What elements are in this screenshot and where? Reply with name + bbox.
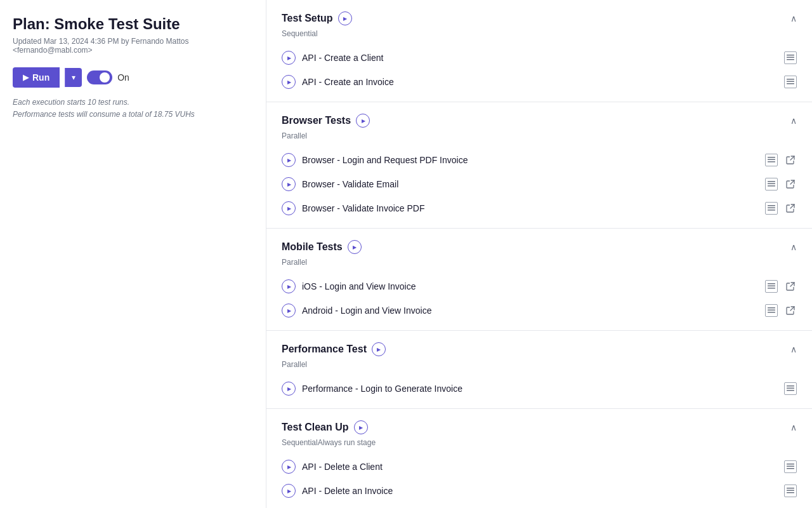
svg-rect-15: [768, 283, 775, 284]
svg-rect-18: [768, 307, 775, 309]
section-subtitle-performance-test: Parallel: [266, 360, 812, 377]
test-item-play[interactable]: [282, 153, 296, 167]
test-item-external-icon[interactable]: [784, 280, 797, 293]
svg-rect-13: [768, 208, 775, 209]
test-item-list-icon[interactable]: [784, 382, 797, 395]
test-item-list-icon[interactable]: [765, 280, 778, 293]
svg-rect-1: [787, 57, 794, 58]
svg-rect-17: [768, 288, 775, 289]
test-item-play[interactable]: [282, 484, 296, 498]
test-item: Browser - Validate Invoice PDF: [266, 196, 812, 220]
run-dropdown-button[interactable]: ▾: [65, 68, 82, 87]
section-performance-test: Performance Test∧ParallelPerformance - L…: [266, 331, 812, 409]
test-item-list-icon[interactable]: [784, 51, 797, 64]
section-subtitle-browser-tests: Parallel: [266, 131, 812, 148]
test-item: API - Delete a Client: [266, 455, 812, 479]
run-row: ▶ Run ▾ On: [13, 67, 253, 88]
test-item-play[interactable]: [282, 51, 296, 65]
test-item-play[interactable]: [282, 382, 296, 396]
test-item-play[interactable]: [282, 304, 296, 318]
test-item-play[interactable]: [282, 279, 296, 293]
section-header-test-setup: Test Setup∧: [266, 0, 812, 29]
test-item-list-icon[interactable]: [784, 460, 797, 473]
section-play-browser-tests[interactable]: [356, 114, 370, 128]
svg-rect-2: [787, 59, 794, 60]
section-title-mobile-tests: Mobile Tests: [282, 241, 343, 253]
section-items-test-setup: API - Create a Client API - Create an In…: [266, 46, 812, 102]
test-item-list-icon[interactable]: [784, 485, 797, 497]
test-item-list-icon[interactable]: [765, 178, 778, 190]
svg-rect-6: [768, 157, 775, 158]
section-title-performance-test: Performance Test: [282, 344, 367, 355]
section-chevron-test-clean-up[interactable]: ∧: [790, 422, 797, 432]
sidebar: Plan: Smoke Test Suite Updated Mar 13, 2…: [0, 0, 266, 508]
svg-rect-11: [768, 185, 775, 187]
section-test-clean-up: Test Clean Up∧SequentialAlways run stage…: [266, 409, 812, 508]
section-subtitle-test-setup: Sequential: [266, 29, 812, 46]
section-header-test-clean-up: Test Clean Up∧: [266, 409, 812, 438]
svg-rect-14: [768, 210, 775, 211]
section-items-browser-tests: Browser - Login and Request PDF Invoice …: [266, 148, 812, 228]
section-title-row-performance-test: Performance Test: [282, 342, 386, 356]
section-items-performance-test: Performance - Login to Generate Invoice: [266, 377, 812, 408]
test-item-list-icon[interactable]: [765, 202, 778, 215]
svg-rect-8: [768, 161, 775, 163]
test-item: iOS - Login and View Invoice: [266, 274, 812, 298]
test-item-external-icon[interactable]: [784, 202, 797, 215]
run-button-label: Run: [32, 72, 49, 83]
test-item-list-icon[interactable]: [784, 76, 797, 88]
section-play-test-setup[interactable]: [338, 11, 352, 25]
test-item: Android - Login and View Invoice: [266, 298, 812, 323]
main-content: Test Setup∧SequentialAPI - Create a Clie…: [266, 0, 812, 508]
test-item-name: API - Create a Client: [302, 53, 778, 63]
test-item-external-icon[interactable]: [784, 178, 797, 190]
test-item-external-icon[interactable]: [784, 154, 797, 166]
section-play-test-clean-up[interactable]: [354, 420, 368, 434]
svg-rect-4: [787, 81, 794, 83]
section-header-mobile-tests: Mobile Tests∧: [266, 229, 812, 258]
toggle-label: On: [117, 72, 129, 83]
test-item-external-icon[interactable]: [784, 304, 797, 317]
section-mobile-tests: Mobile Tests∧ParalleliOS - Login and Vie…: [266, 229, 812, 331]
section-title-browser-tests: Browser Tests: [282, 115, 351, 126]
svg-rect-29: [787, 492, 794, 493]
toggle-row: On: [87, 70, 129, 84]
section-title-row-test-clean-up: Test Clean Up: [282, 420, 368, 434]
info-line1: Each execution starts 10 test runs.: [13, 98, 129, 107]
run-button[interactable]: ▶ Run: [13, 67, 60, 88]
svg-rect-26: [787, 468, 794, 469]
section-chevron-browser-tests[interactable]: ∧: [790, 116, 797, 126]
section-title-test-clean-up: Test Clean Up: [282, 422, 349, 433]
section-subtitle-mobile-tests: Parallel: [266, 258, 812, 274]
test-item-name: Browser - Validate Email: [302, 179, 759, 189]
section-play-performance-test[interactable]: [372, 342, 386, 356]
svg-rect-0: [787, 55, 794, 56]
test-item-name: Browser - Login and Request PDF Invoice: [302, 155, 759, 165]
info-text: Each execution starts 10 test runs. Perf…: [13, 97, 253, 121]
svg-rect-21: [787, 385, 794, 387]
svg-rect-16: [768, 286, 775, 287]
svg-rect-7: [768, 159, 775, 161]
enabled-toggle[interactable]: [87, 70, 112, 84]
svg-rect-20: [768, 312, 775, 313]
test-item-play[interactable]: [282, 201, 296, 215]
svg-rect-28: [787, 490, 794, 491]
test-item-list-icon[interactable]: [765, 304, 778, 317]
section-chevron-test-setup[interactable]: ∧: [790, 13, 797, 23]
test-item-name: API - Create an Invoice: [302, 77, 778, 87]
test-item-play[interactable]: [282, 177, 296, 191]
section-items-mobile-tests: iOS - Login and View Invoice Android - L…: [266, 274, 812, 330]
test-item-list-icon[interactable]: [765, 154, 778, 166]
section-header-browser-tests: Browser Tests∧: [266, 102, 812, 131]
section-chevron-mobile-tests[interactable]: ∧: [790, 242, 797, 252]
test-item-play[interactable]: [282, 460, 296, 474]
test-item-play[interactable]: [282, 75, 296, 89]
section-chevron-performance-test[interactable]: ∧: [790, 344, 797, 354]
svg-rect-12: [768, 205, 775, 206]
svg-rect-24: [787, 464, 794, 465]
section-title-test-setup: Test Setup: [282, 13, 333, 24]
section-title-row-browser-tests: Browser Tests: [282, 114, 370, 128]
section-play-mobile-tests[interactable]: [348, 240, 362, 254]
section-title-row-test-setup: Test Setup: [282, 11, 352, 25]
svg-rect-19: [768, 310, 775, 311]
